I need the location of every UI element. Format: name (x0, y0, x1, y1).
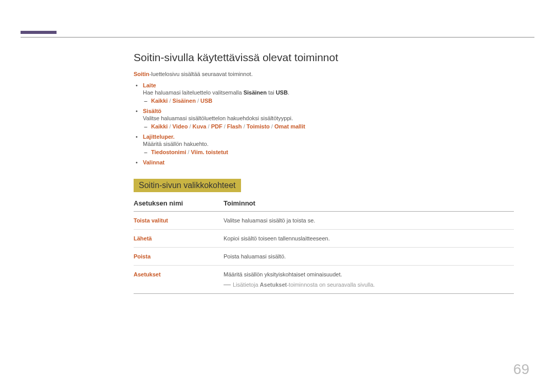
desc-bold: Sisäinen (244, 89, 267, 96)
row-desc: Kopioi sisältö toiseen tallennuslaittees… (224, 235, 514, 241)
desc-text: . (288, 89, 289, 96)
bullet-desc: Hae haluamasi laiteluettelo valitsemalla… (143, 89, 514, 96)
row-note: Lisätietoja Asetukset-toiminnosta on seu… (224, 282, 514, 288)
header-divider (21, 37, 534, 38)
sub-options: Tiedostonimi / Viim. toistetut (151, 149, 514, 155)
page-heading: Soitin-sivulla käytettävissä olevat toim… (134, 51, 514, 64)
sub-opt: Kuva (193, 123, 207, 129)
row-name: Toista valitut (134, 217, 224, 223)
page-number: 69 (513, 361, 529, 378)
row-name: Poista (134, 253, 224, 259)
sub-opt: Kaikki (151, 98, 168, 104)
row-desc: Valitse haluamasi sisältö ja toista se. (224, 217, 514, 223)
sub-opt: Tiedostonimi (151, 149, 186, 155)
desc-text: Hae haluamasi laiteluettelo valitsemalla (143, 89, 244, 96)
intro-keyword: Soitin (134, 71, 150, 77)
subheading: Soitin-sivun valikkokohteet (134, 179, 241, 192)
sub-options: Kaikki / Sisäinen / USB (151, 98, 514, 104)
bullet-title: Laite (143, 82, 156, 88)
sub-opt: Flash (227, 123, 242, 129)
desc-text: tai (267, 89, 276, 96)
sub-opt: Toimisto (247, 123, 270, 129)
feature-list: Laite Hae haluamasi laiteluettelo valits… (134, 82, 514, 165)
table-row: Toista valitut Valitse haluamasi sisältö… (134, 212, 514, 230)
note-text: Lisätietoja (233, 282, 260, 288)
col-header-func: Toiminnot (224, 199, 255, 207)
sub-opt: PDF (211, 123, 223, 129)
sub-opt: USB (200, 98, 212, 104)
row-name: Asetukset (134, 271, 224, 288)
row-name: Lähetä (134, 235, 224, 241)
chapter-indicator (21, 31, 57, 34)
row-desc-text: Määritä sisällön yksityiskohtaiset omina… (224, 271, 342, 277)
bullet-valinnat: Valinnat (143, 159, 514, 165)
bullet-desc: Määritä sisällön hakuehto. (143, 141, 514, 147)
sub-options: Kaikki / Video / Kuva / PDF / Flash / To… (151, 123, 514, 129)
page-content: Soitin-sivulla käytettävissä olevat toim… (134, 51, 514, 294)
bullet-title: Valinnat (143, 159, 164, 165)
intro-suffix: -luettelosivu sisältää seuraavat toiminn… (150, 71, 253, 77)
table-header: Asetuksen nimi Toiminnot (134, 199, 514, 212)
table-row: Lähetä Kopioi sisältö toiseen tallennusl… (134, 230, 514, 248)
bullet-sisalto: Sisältö Valitse haluamasi sisältöluettel… (143, 108, 514, 129)
options-table: Asetuksen nimi Toiminnot Toista valitut … (134, 199, 514, 294)
sub-opt: Kaikki (151, 123, 168, 129)
table-row: Poista Poista haluamasi sisältö. (134, 248, 514, 266)
sub-opt: Viim. toistetut (191, 149, 228, 155)
row-desc: Määritä sisällön yksityiskohtaiset omina… (224, 271, 514, 288)
col-header-name: Asetuksen nimi (134, 199, 224, 207)
bullet-laite: Laite Hae haluamasi laiteluettelo valits… (143, 82, 514, 104)
sub-opt: Video (173, 123, 188, 129)
bullet-lajitteluper: Lajitteluper. Määritä sisällön hakuehto.… (143, 134, 514, 155)
sub-opt: Sisäinen (173, 98, 196, 104)
table-row: Asetukset Määritä sisällön yksityiskohta… (134, 266, 514, 294)
note-bold: Asetukset (260, 282, 287, 288)
desc-bold: USB (276, 89, 288, 96)
intro-text: Soitin-luettelosivu sisältää seuraavat t… (134, 71, 514, 77)
bullet-title: Sisältö (143, 108, 161, 114)
sub-opt: Omat mallit (274, 123, 305, 129)
note-text: -toiminnosta on seuraavalla sivulla. (287, 282, 375, 288)
bullet-title: Lajitteluper. (143, 134, 175, 140)
row-desc: Poista haluamasi sisältö. (224, 253, 514, 259)
bullet-desc: Valitse haluamasi sisältöluettelon hakue… (143, 115, 514, 121)
